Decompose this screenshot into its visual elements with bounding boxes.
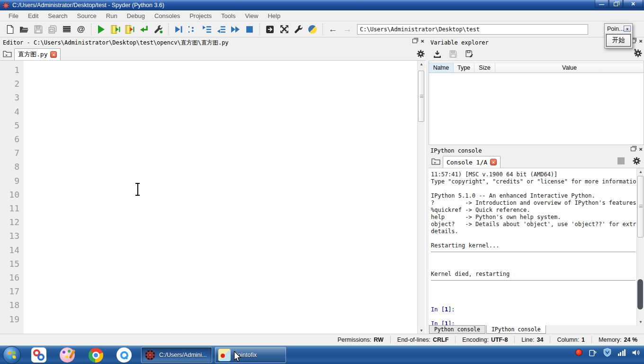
save-data-as-icon[interactable] — [464, 49, 474, 59]
preferences-icon[interactable] — [292, 23, 305, 36]
continue-icon[interactable] — [229, 23, 242, 36]
status-label: Encoding: — [462, 337, 489, 343]
interrupt-kernel-icon[interactable] — [617, 157, 625, 164]
menu-item-tools[interactable]: Tools — [216, 11, 240, 21]
speaker-icon[interactable] — [632, 348, 640, 357]
forward-icon[interactable]: → — [340, 23, 354, 36]
start-button[interactable] — [3, 346, 21, 364]
taskbar-button-spyder[interactable]: C:/Users/Admini... — [141, 347, 212, 363]
mouse-pointer — [233, 351, 242, 363]
scroll-up-icon[interactable]: ▲ — [418, 61, 425, 68]
new-file-icon[interactable] — [3, 23, 17, 36]
paint-app-icon[interactable] — [59, 347, 75, 363]
menu-item-file[interactable]: File — [4, 11, 23, 21]
editor-options-gear-icon[interactable] — [417, 50, 425, 58]
variable-explorer-options-gear-icon[interactable] — [634, 49, 642, 57]
step-icon[interactable] — [186, 23, 199, 36]
popup-close-icon[interactable]: x — [624, 26, 631, 32]
run-selection-icon[interactable] — [137, 23, 151, 36]
menu-item-debug[interactable]: Debug — [122, 11, 150, 21]
column-header-value[interactable]: Value — [495, 63, 644, 73]
save-all-icon[interactable] — [46, 23, 59, 36]
pointofix-popup[interactable]: Poin... x 开始 — [604, 23, 633, 48]
pointofix-start-button[interactable]: 开始 — [606, 34, 631, 46]
tab-close-icon[interactable]: ✕ — [490, 159, 497, 165]
stop-debug-icon[interactable] — [243, 23, 256, 36]
restore-button[interactable] — [609, 0, 623, 9]
menu-item-help[interactable]: Help — [263, 11, 285, 21]
python-path-icon[interactable] — [306, 23, 319, 36]
bottom-tab-python-console[interactable]: Python console — [429, 325, 485, 334]
console-tab[interactable]: Console 1/A ✕ — [443, 156, 501, 168]
column-header-size[interactable]: Size — [474, 63, 495, 73]
code-editor[interactable]: 12345678910111213141516171819 ▲ ▼ — [0, 60, 426, 334]
close-pane-icon[interactable]: × — [639, 39, 643, 43]
open-file-icon[interactable] — [18, 23, 31, 36]
close-button[interactable]: ✕ — [623, 0, 643, 9]
console-options-gear-icon[interactable] — [633, 157, 641, 165]
save-icon[interactable] — [32, 23, 45, 36]
menu-item-view[interactable]: View — [240, 11, 263, 21]
menu-item-projects[interactable]: Projects — [185, 11, 216, 21]
toolbar-separator — [259, 24, 260, 35]
browse-tabs-icon[interactable] — [429, 156, 442, 167]
run-icon[interactable] — [95, 23, 108, 36]
power-plug-icon[interactable] — [589, 348, 597, 357]
step-into-icon[interactable] — [200, 23, 214, 36]
pinned-app-icon[interactable] — [31, 347, 47, 363]
step-return-icon[interactable] — [215, 23, 228, 36]
windows-logo-icon — [8, 351, 16, 359]
console-scrollbar[interactable]: ▲ ▼ — [636, 168, 644, 325]
spyder-app-icon — [2, 2, 9, 9]
editor-scrollbar-thumb[interactable] — [418, 71, 424, 122]
status-value: 1 — [581, 337, 585, 343]
import-data-icon[interactable] — [432, 49, 442, 59]
console-inner-scrollbar-thumb[interactable] — [637, 279, 643, 309]
symbol-finder-icon[interactable]: @ — [74, 23, 88, 36]
rerun-cell-icon[interactable] — [123, 23, 136, 36]
editor-scrollbar[interactable]: ▲ ▼ — [417, 61, 425, 334]
record-icon[interactable] — [575, 349, 582, 356]
taskbar-button-pointofix[interactable]: Pointofix — [215, 347, 286, 363]
chrome-icon[interactable] — [88, 347, 104, 363]
fullscreen-icon[interactable] — [277, 23, 291, 36]
line-number: 9 — [0, 174, 19, 188]
variable-table[interactable]: NameTypeSizeValue — [429, 61, 644, 145]
scroll-up-icon[interactable]: ▲ — [637, 168, 644, 175]
menu-item-source[interactable]: Source — [72, 11, 101, 21]
save-data-icon[interactable] — [448, 49, 458, 59]
menu-item-run[interactable]: Run — [101, 11, 122, 21]
minimize-button[interactable]: — — [595, 0, 608, 9]
run-cell-icon[interactable] — [109, 23, 122, 36]
title-bar[interactable]: C:/Users/Administrator/Desktop/test - Sp… — [0, 0, 644, 10]
browse-tabs-icon[interactable] — [1, 48, 13, 60]
working-directory-input[interactable] — [357, 24, 588, 35]
menu-item-consoles[interactable]: Consoles — [150, 11, 185, 21]
close-pane-icon[interactable]: × — [420, 39, 424, 43]
line-number: 1 — [0, 63, 19, 77]
network-signal-icon[interactable] — [618, 349, 626, 356]
window-title: C:/Users/Administrator/Desktop/test - Sp… — [12, 2, 164, 9]
menu-item-edit[interactable]: Edit — [23, 11, 43, 21]
undock-icon[interactable] — [631, 147, 635, 151]
column-header-name[interactable]: Name — [429, 63, 454, 73]
undock-icon[interactable] — [412, 39, 417, 43]
console-output[interactable]: ’ ’ ’ ’ ’11:57:41) [MSC v.1900 64 bit (A… — [429, 168, 644, 325]
menu-item-search[interactable]: Search — [43, 11, 72, 21]
maximize-pane-icon[interactable] — [263, 23, 277, 36]
shield-icon[interactable] — [603, 348, 612, 357]
editor-tab[interactable]: 直方图.py ✕ — [14, 48, 61, 60]
tab-close-icon[interactable]: ✕ — [50, 51, 57, 58]
scroll-down-icon[interactable]: ▼ — [418, 327, 425, 334]
close-pane-icon[interactable]: × — [639, 147, 643, 151]
bottom-tab-ipython-console[interactable]: IPython console — [486, 325, 546, 334]
run-configure-icon[interactable] — [152, 23, 165, 36]
pointofix-popup-titlebar[interactable]: Poin... x — [605, 24, 632, 34]
console-scrollbar-thumb[interactable] — [637, 176, 644, 237]
back-icon[interactable]: ← — [326, 23, 340, 36]
debug-icon[interactable] — [172, 23, 185, 36]
file-switcher-icon[interactable] — [60, 23, 73, 36]
column-header-type[interactable]: Type — [454, 63, 474, 73]
scroll-down-icon[interactable]: ▼ — [637, 318, 644, 325]
quark-browser-icon[interactable] — [116, 347, 132, 363]
